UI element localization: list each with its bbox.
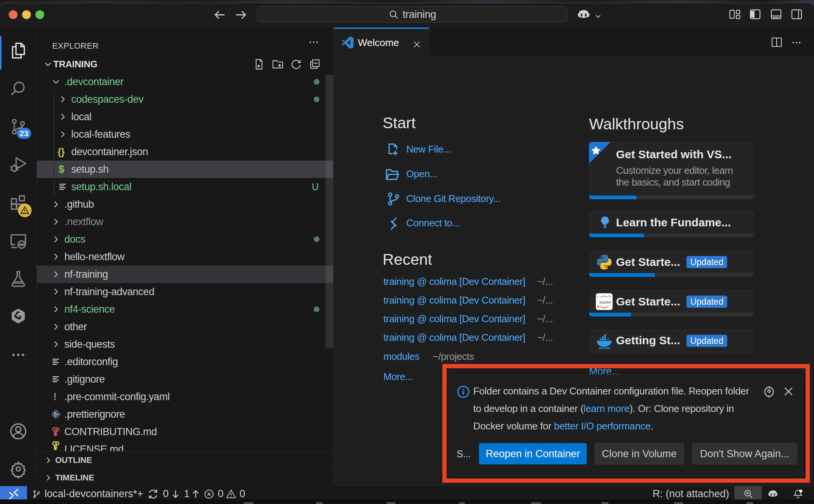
svg-text:docker: docker <box>599 346 611 350</box>
svg-text:jupyter: jupyter <box>599 300 611 304</box>
